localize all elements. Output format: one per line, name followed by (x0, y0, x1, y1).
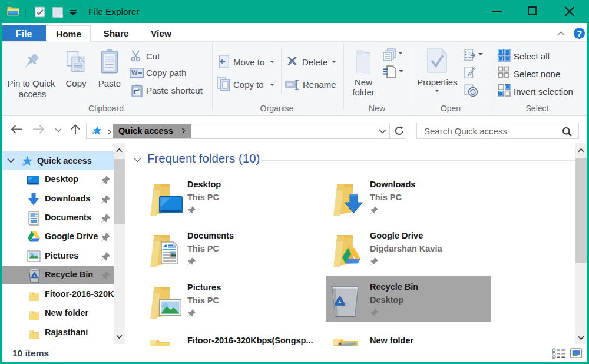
svg-text:W: W (131, 69, 138, 76)
